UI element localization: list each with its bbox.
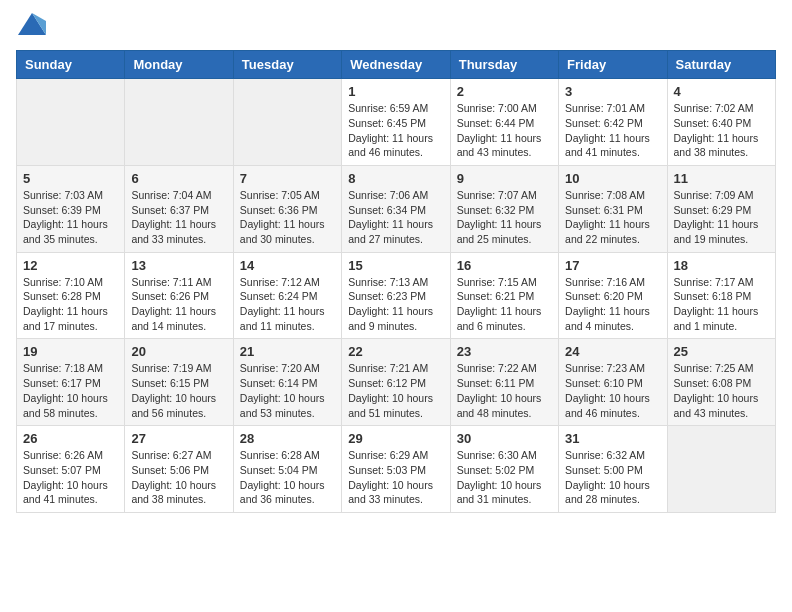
day-number: 26: [23, 431, 118, 446]
calendar-cell: 12Sunrise: 7:10 AM Sunset: 6:28 PM Dayli…: [17, 252, 125, 339]
weekday-header: Tuesday: [233, 51, 341, 79]
page-header: [16, 16, 776, 40]
day-number: 12: [23, 258, 118, 273]
day-info: Sunrise: 7:01 AM Sunset: 6:42 PM Dayligh…: [565, 101, 660, 160]
calendar-cell: 31Sunrise: 6:32 AM Sunset: 5:00 PM Dayli…: [559, 426, 667, 513]
weekday-header: Sunday: [17, 51, 125, 79]
calendar-week-row: 19Sunrise: 7:18 AM Sunset: 6:17 PM Dayli…: [17, 339, 776, 426]
day-number: 4: [674, 84, 769, 99]
day-number: 14: [240, 258, 335, 273]
calendar-cell: 9Sunrise: 7:07 AM Sunset: 6:32 PM Daylig…: [450, 165, 558, 252]
calendar-cell: [125, 79, 233, 166]
day-info: Sunrise: 7:06 AM Sunset: 6:34 PM Dayligh…: [348, 188, 443, 247]
day-info: Sunrise: 7:13 AM Sunset: 6:23 PM Dayligh…: [348, 275, 443, 334]
day-info: Sunrise: 7:19 AM Sunset: 6:15 PM Dayligh…: [131, 361, 226, 420]
day-number: 11: [674, 171, 769, 186]
day-info: Sunrise: 6:27 AM Sunset: 5:06 PM Dayligh…: [131, 448, 226, 507]
weekday-header: Friday: [559, 51, 667, 79]
calendar-cell: 29Sunrise: 6:29 AM Sunset: 5:03 PM Dayli…: [342, 426, 450, 513]
day-info: Sunrise: 7:03 AM Sunset: 6:39 PM Dayligh…: [23, 188, 118, 247]
day-info: Sunrise: 7:12 AM Sunset: 6:24 PM Dayligh…: [240, 275, 335, 334]
day-info: Sunrise: 7:10 AM Sunset: 6:28 PM Dayligh…: [23, 275, 118, 334]
day-number: 5: [23, 171, 118, 186]
calendar-cell: 3Sunrise: 7:01 AM Sunset: 6:42 PM Daylig…: [559, 79, 667, 166]
calendar-cell: 26Sunrise: 6:26 AM Sunset: 5:07 PM Dayli…: [17, 426, 125, 513]
day-info: Sunrise: 6:29 AM Sunset: 5:03 PM Dayligh…: [348, 448, 443, 507]
calendar-cell: [667, 426, 775, 513]
logo: [16, 16, 46, 40]
day-info: Sunrise: 6:32 AM Sunset: 5:00 PM Dayligh…: [565, 448, 660, 507]
day-number: 23: [457, 344, 552, 359]
calendar-week-row: 1Sunrise: 6:59 AM Sunset: 6:45 PM Daylig…: [17, 79, 776, 166]
calendar-week-row: 26Sunrise: 6:26 AM Sunset: 5:07 PM Dayli…: [17, 426, 776, 513]
calendar-cell: 19Sunrise: 7:18 AM Sunset: 6:17 PM Dayli…: [17, 339, 125, 426]
weekday-header: Saturday: [667, 51, 775, 79]
day-info: Sunrise: 7:20 AM Sunset: 6:14 PM Dayligh…: [240, 361, 335, 420]
day-number: 21: [240, 344, 335, 359]
calendar-cell: 16Sunrise: 7:15 AM Sunset: 6:21 PM Dayli…: [450, 252, 558, 339]
day-info: Sunrise: 7:25 AM Sunset: 6:08 PM Dayligh…: [674, 361, 769, 420]
day-info: Sunrise: 7:02 AM Sunset: 6:40 PM Dayligh…: [674, 101, 769, 160]
day-info: Sunrise: 7:17 AM Sunset: 6:18 PM Dayligh…: [674, 275, 769, 334]
calendar-cell: 13Sunrise: 7:11 AM Sunset: 6:26 PM Dayli…: [125, 252, 233, 339]
logo-icon: [18, 13, 46, 35]
day-info: Sunrise: 7:09 AM Sunset: 6:29 PM Dayligh…: [674, 188, 769, 247]
calendar-cell: [233, 79, 341, 166]
calendar-cell: 5Sunrise: 7:03 AM Sunset: 6:39 PM Daylig…: [17, 165, 125, 252]
day-info: Sunrise: 7:22 AM Sunset: 6:11 PM Dayligh…: [457, 361, 552, 420]
day-number: 30: [457, 431, 552, 446]
calendar-cell: 22Sunrise: 7:21 AM Sunset: 6:12 PM Dayli…: [342, 339, 450, 426]
day-info: Sunrise: 7:04 AM Sunset: 6:37 PM Dayligh…: [131, 188, 226, 247]
day-number: 1: [348, 84, 443, 99]
calendar-cell: 28Sunrise: 6:28 AM Sunset: 5:04 PM Dayli…: [233, 426, 341, 513]
day-info: Sunrise: 7:11 AM Sunset: 6:26 PM Dayligh…: [131, 275, 226, 334]
day-number: 17: [565, 258, 660, 273]
day-info: Sunrise: 7:16 AM Sunset: 6:20 PM Dayligh…: [565, 275, 660, 334]
day-number: 15: [348, 258, 443, 273]
day-number: 16: [457, 258, 552, 273]
weekday-header: Wednesday: [342, 51, 450, 79]
day-info: Sunrise: 7:21 AM Sunset: 6:12 PM Dayligh…: [348, 361, 443, 420]
calendar-cell: 21Sunrise: 7:20 AM Sunset: 6:14 PM Dayli…: [233, 339, 341, 426]
day-number: 22: [348, 344, 443, 359]
calendar-cell: 15Sunrise: 7:13 AM Sunset: 6:23 PM Dayli…: [342, 252, 450, 339]
calendar-cell: 10Sunrise: 7:08 AM Sunset: 6:31 PM Dayli…: [559, 165, 667, 252]
day-number: 18: [674, 258, 769, 273]
day-number: 8: [348, 171, 443, 186]
calendar-cell: 23Sunrise: 7:22 AM Sunset: 6:11 PM Dayli…: [450, 339, 558, 426]
calendar-cell: 7Sunrise: 7:05 AM Sunset: 6:36 PM Daylig…: [233, 165, 341, 252]
day-number: 20: [131, 344, 226, 359]
weekday-header: Thursday: [450, 51, 558, 79]
calendar-cell: 30Sunrise: 6:30 AM Sunset: 5:02 PM Dayli…: [450, 426, 558, 513]
calendar-cell: 27Sunrise: 6:27 AM Sunset: 5:06 PM Dayli…: [125, 426, 233, 513]
calendar-cell: 25Sunrise: 7:25 AM Sunset: 6:08 PM Dayli…: [667, 339, 775, 426]
day-number: 27: [131, 431, 226, 446]
day-info: Sunrise: 7:07 AM Sunset: 6:32 PM Dayligh…: [457, 188, 552, 247]
day-number: 31: [565, 431, 660, 446]
day-info: Sunrise: 7:15 AM Sunset: 6:21 PM Dayligh…: [457, 275, 552, 334]
calendar-cell: 11Sunrise: 7:09 AM Sunset: 6:29 PM Dayli…: [667, 165, 775, 252]
day-info: Sunrise: 6:28 AM Sunset: 5:04 PM Dayligh…: [240, 448, 335, 507]
calendar-cell: 14Sunrise: 7:12 AM Sunset: 6:24 PM Dayli…: [233, 252, 341, 339]
day-number: 9: [457, 171, 552, 186]
calendar-cell: 24Sunrise: 7:23 AM Sunset: 6:10 PM Dayli…: [559, 339, 667, 426]
calendar-cell: 18Sunrise: 7:17 AM Sunset: 6:18 PM Dayli…: [667, 252, 775, 339]
calendar-cell: 8Sunrise: 7:06 AM Sunset: 6:34 PM Daylig…: [342, 165, 450, 252]
calendar-cell: 6Sunrise: 7:04 AM Sunset: 6:37 PM Daylig…: [125, 165, 233, 252]
calendar-cell: 1Sunrise: 6:59 AM Sunset: 6:45 PM Daylig…: [342, 79, 450, 166]
day-number: 25: [674, 344, 769, 359]
day-number: 3: [565, 84, 660, 99]
day-info: Sunrise: 7:23 AM Sunset: 6:10 PM Dayligh…: [565, 361, 660, 420]
day-number: 7: [240, 171, 335, 186]
calendar-cell: 4Sunrise: 7:02 AM Sunset: 6:40 PM Daylig…: [667, 79, 775, 166]
day-number: 19: [23, 344, 118, 359]
weekday-header-row: SundayMondayTuesdayWednesdayThursdayFrid…: [17, 51, 776, 79]
calendar-cell: 2Sunrise: 7:00 AM Sunset: 6:44 PM Daylig…: [450, 79, 558, 166]
day-number: 6: [131, 171, 226, 186]
day-info: Sunrise: 7:05 AM Sunset: 6:36 PM Dayligh…: [240, 188, 335, 247]
day-number: 28: [240, 431, 335, 446]
calendar-cell: 20Sunrise: 7:19 AM Sunset: 6:15 PM Dayli…: [125, 339, 233, 426]
day-info: Sunrise: 7:18 AM Sunset: 6:17 PM Dayligh…: [23, 361, 118, 420]
day-info: Sunrise: 7:08 AM Sunset: 6:31 PM Dayligh…: [565, 188, 660, 247]
calendar: SundayMondayTuesdayWednesdayThursdayFrid…: [16, 50, 776, 513]
